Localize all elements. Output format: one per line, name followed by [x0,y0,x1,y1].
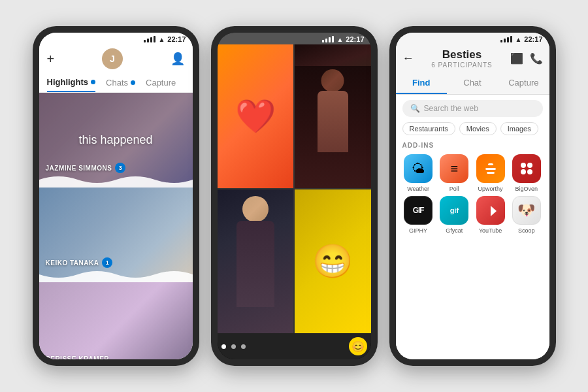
chip-movies[interactable]: Movies [459,122,497,135]
svg-point-5 [521,169,526,174]
wave-divider-1 [39,173,193,188]
participants-count: 6 PARTICIPANTS [418,61,506,69]
phone-1-status-bar: ▲ 22:17 [39,33,193,44]
scoop-icon: 🐶 [512,196,541,225]
phone-1-header: + J 👤 [39,44,193,73]
svg-rect-0 [485,168,496,170]
phone-call-icon[interactable]: 📞 [530,52,543,65]
filter-chips: Restaurants Movies Images [402,122,543,135]
avatar[interactable]: J [102,48,123,69]
upworthy-label: Upworthy [478,186,503,192]
phone-2-bottom: 😊 [218,333,371,359]
search-bar[interactable]: 🔍 Search the web [402,100,543,117]
wave-divider-2 [39,268,193,282]
youtube-icon [476,196,505,225]
youtube-label: YouTube [479,227,502,234]
p2-cell-heart: ❤️ [218,44,294,188]
svg-point-3 [521,163,526,168]
bigoven-label: BigOven [515,186,538,192]
smile-icon: 😁 [312,242,353,280]
addins-section-label: ADD-INS [402,142,543,149]
status-time: 22:17 [167,35,186,43]
wifi-icon-2: ▲ [336,36,343,43]
chip-images[interactable]: Images [500,122,538,135]
phone-2-screen: ▲ 22:17 ❤️ [218,33,371,359]
addin-poll[interactable]: ≡ Poll [438,154,470,192]
feed-section-1[interactable]: this happened JAZMINE SIMMONS 3 [39,93,193,188]
feed-section-3[interactable]: CERISSE KRAMER [39,282,193,359]
tab-find[interactable]: Find [396,73,447,94]
phone-1-screen: ▲ 22:17 + J 👤 Highlights Chats [39,33,193,359]
addin-youtube[interactable]: YouTube [474,196,506,234]
phone-2-status-bar: ▲ 22:17 [218,33,371,44]
giphy-icon: GIF [404,196,433,225]
phone-3-tabs: Find Chat Capture [396,73,549,95]
p2-cell-woman2 [218,189,294,333]
gfycat-icon: gif [440,196,468,225]
addin-scoop[interactable]: 🐶 Scoop [510,196,542,234]
heart-icon: ❤️ [235,97,276,135]
tab-capture[interactable]: Capture [146,73,176,92]
wifi-icon: ▲ [158,36,165,43]
scoop-label: Scoop [518,227,535,234]
giphy-label: GIPHY [409,227,427,234]
phone-3-status-bar: ▲ 22:17 [396,33,549,44]
signal-icon-3 [500,36,512,42]
status-time-2: 22:17 [346,35,364,43]
phone-1: ▲ 22:17 + J 👤 Highlights Chats [33,26,199,366]
chip-restaurants[interactable]: Restaurants [402,122,455,135]
wifi-icon-3: ▲ [515,36,521,43]
back-button[interactable]: ← [402,52,414,65]
signal-icon [144,36,155,42]
phone-2: ▲ 22:17 ❤️ [211,26,378,366]
addin-giphy[interactable]: GIF GIPHY [402,196,434,234]
signal-icon-2 [322,36,334,42]
feed-text-1: this happened [78,133,152,147]
addin-upworthy[interactable]: Upworthy [474,154,506,192]
title-block: Besties 6 PARTICIPANTS [418,48,506,69]
upworthy-icon [476,154,505,183]
addin-gfycat[interactable]: gif Gfycat [438,196,470,234]
svg-rect-2 [487,172,495,174]
chats-dot [131,80,135,85]
plus-button[interactable]: + [47,52,55,67]
status-time-3: 22:17 [524,35,542,43]
search-icon: 🔍 [410,104,420,113]
search-placeholder: Search the web [424,104,478,113]
addins-grid: 🌤 Weather ≡ Poll Upworthy [402,154,543,234]
phone-1-feed: this happened JAZMINE SIMMONS 3 [39,93,193,359]
badge-2: 1 [102,257,112,268]
p2-emoji-button[interactable]: 😊 [349,337,367,355]
phone-3-header: ← Besties 6 PARTICIPANTS ⬛ 📞 [396,44,549,73]
tab-capture[interactable]: Capture [498,73,549,94]
feed-section-2[interactable]: KEIKO TANAKA 1 [39,188,193,282]
tab-chats[interactable]: Chats [106,73,135,92]
video-call-icon[interactable]: ⬛ [510,52,523,65]
weather-icon: 🌤 [404,154,433,183]
phone-1-tabs: Highlights Chats Capture [39,73,193,93]
bigoven-icon [512,154,541,183]
chat-title: Besties [418,48,506,61]
feed-label-1: JAZMINE SIMMONS 3 [46,163,126,173]
svg-point-4 [527,163,532,168]
addin-weather[interactable]: 🌤 Weather [402,154,434,192]
p2-dot-1 [221,344,226,349]
svg-rect-1 [488,163,493,165]
addin-bigoven[interactable]: BigOven [510,154,542,192]
poll-icon: ≡ [440,154,468,183]
phone-3-screen: ▲ 22:17 ← Besties 6 PARTICIPANTS ⬛ 📞 Fin… [396,33,549,359]
highlights-dot [91,80,95,84]
poll-label: Poll [449,186,459,192]
gfycat-label: Gfycat [446,227,463,234]
add-friend-button[interactable]: 👤 [171,52,185,66]
header-icons: ⬛ 📞 [510,52,543,65]
svg-point-6 [527,169,532,174]
tab-highlights[interactable]: Highlights [47,73,96,92]
p2-cell-woman1 [295,44,371,188]
p2-dot-3 [241,344,246,349]
weather-label: Weather [407,186,429,192]
tab-chat[interactable]: Chat [447,73,498,94]
phone-2-grid: ❤️ [218,44,371,333]
p2-dot-2 [231,344,236,349]
phone-3-body: 🔍 Search the web Restaurants Movies Imag… [396,95,549,359]
